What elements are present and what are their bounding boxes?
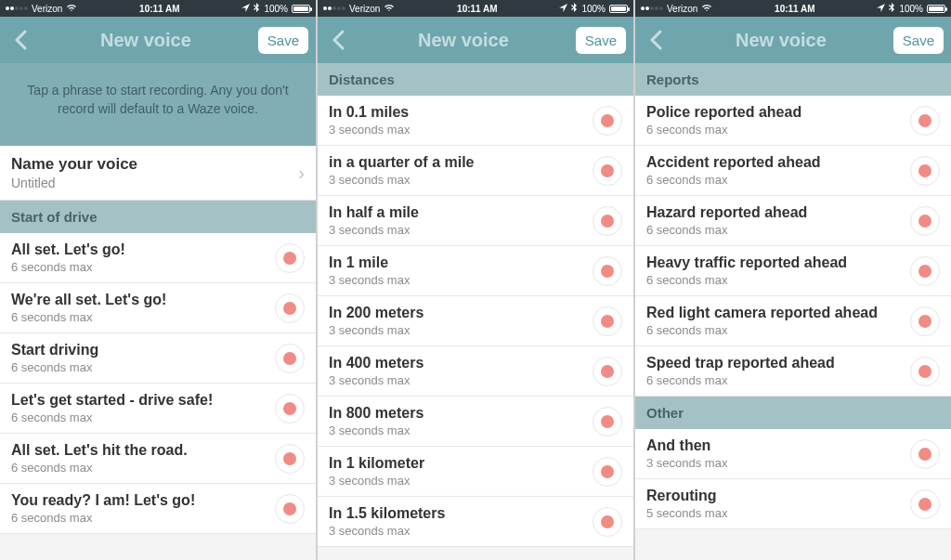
back-button[interactable] bbox=[325, 27, 351, 53]
phrase-limit: 3 seconds max bbox=[329, 123, 410, 137]
back-button[interactable] bbox=[643, 27, 669, 53]
phrase-row[interactable]: Accident reported ahead6 seconds max bbox=[635, 146, 951, 196]
phrase-row[interactable]: In 200 meters3 seconds max bbox=[318, 296, 633, 346]
carrier-label: Verizon bbox=[349, 4, 380, 14]
record-button[interactable] bbox=[275, 394, 305, 423]
save-button[interactable]: Save bbox=[258, 27, 308, 54]
phrase-row[interactable]: Police reported ahead6 seconds max bbox=[635, 96, 951, 146]
phrase-row[interactable]: Heavy traffic reported ahead6 seconds ma… bbox=[635, 246, 951, 296]
back-button[interactable] bbox=[7, 27, 33, 53]
record-icon bbox=[918, 448, 931, 461]
phrase-row[interactable]: Speed trap reported ahead6 seconds max bbox=[635, 346, 951, 397]
phrase-row[interactable]: In half a mile3 seconds max bbox=[318, 196, 633, 246]
location-icon bbox=[559, 4, 567, 14]
record-icon bbox=[283, 402, 296, 415]
record-button[interactable] bbox=[593, 357, 622, 386]
record-button[interactable] bbox=[593, 306, 622, 336]
record-button[interactable] bbox=[593, 407, 622, 436]
phrase-list-reports: Police reported ahead6 seconds maxAccide… bbox=[635, 96, 951, 397]
record-icon bbox=[283, 252, 296, 265]
name-voice-row[interactable]: Name your voice Untitled › bbox=[0, 146, 316, 201]
record-button[interactable] bbox=[593, 457, 622, 487]
record-icon bbox=[601, 164, 614, 177]
content-area[interactable]: Reports Police reported ahead6 seconds m… bbox=[635, 63, 951, 560]
phrase-row[interactable]: Let's get started - drive safe!6 seconds… bbox=[0, 384, 316, 434]
phrase-row[interactable]: Start driving6 seconds max bbox=[0, 333, 316, 384]
signal-icon bbox=[323, 7, 345, 10]
phrase-row[interactable]: in a quarter of a mile3 seconds max bbox=[318, 146, 633, 196]
record-icon bbox=[918, 164, 931, 177]
phrase-row[interactable]: All set. Let's go!6 seconds max bbox=[0, 233, 316, 283]
record-icon bbox=[601, 465, 614, 478]
record-button[interactable] bbox=[910, 156, 940, 186]
phrase-row[interactable]: In 800 meters3 seconds max bbox=[318, 397, 633, 447]
phrase-limit: 3 seconds max bbox=[329, 373, 423, 387]
phrase-row[interactable]: You ready? I am! Let's go!6 seconds max bbox=[0, 484, 316, 534]
record-button[interactable] bbox=[593, 256, 622, 286]
phrase-row[interactable]: Hazard reported ahead6 seconds max bbox=[635, 196, 951, 246]
record-button[interactable] bbox=[593, 156, 622, 186]
phrase-row[interactable]: All set. Let's hit the road.6 seconds ma… bbox=[0, 434, 316, 484]
record-button[interactable] bbox=[910, 306, 940, 336]
phrase-limit: 3 seconds max bbox=[329, 524, 445, 538]
battery-pct: 100% bbox=[581, 4, 606, 14]
record-icon bbox=[918, 315, 931, 328]
battery-icon bbox=[927, 5, 945, 13]
record-button[interactable] bbox=[910, 489, 940, 519]
phrase-text: In 1 kilometer bbox=[329, 455, 424, 472]
record-button[interactable] bbox=[275, 344, 305, 373]
instructions-text: Tap a phrase to start recording. Any you… bbox=[0, 63, 316, 146]
bluetooth-icon bbox=[889, 3, 895, 15]
phrase-row[interactable]: Rerouting5 seconds max bbox=[635, 479, 951, 529]
phrase-row[interactable]: Red light camera reported ahead6 seconds… bbox=[635, 296, 951, 346]
record-icon bbox=[918, 114, 931, 127]
record-button[interactable] bbox=[910, 206, 940, 236]
phrase-limit: 6 seconds max bbox=[11, 260, 125, 274]
battery-icon bbox=[609, 5, 628, 13]
phrase-text: We're all set. Let's go! bbox=[11, 292, 166, 308]
content-area[interactable]: Tap a phrase to start recording. Any you… bbox=[0, 63, 316, 560]
phrase-row[interactable]: And then3 seconds max bbox=[635, 429, 951, 479]
phrase-text: Hazard reported ahead bbox=[646, 204, 807, 221]
nav-bar: New voice Save bbox=[318, 17, 633, 63]
record-button[interactable] bbox=[593, 206, 622, 236]
record-button[interactable] bbox=[593, 507, 622, 537]
record-button[interactable] bbox=[275, 243, 305, 273]
phone-screen-1: Verizon 10:11 AM 100% New voice Save Tap… bbox=[0, 0, 316, 560]
phrase-limit: 6 seconds max bbox=[646, 273, 847, 287]
phrase-limit: 6 seconds max bbox=[646, 123, 801, 137]
record-button[interactable] bbox=[910, 439, 940, 469]
phrase-limit: 6 seconds max bbox=[11, 360, 98, 374]
phone-screen-2: Verizon 10:11 AM 100% New voice Save Dis… bbox=[318, 0, 633, 560]
phrase-row[interactable]: In 1 kilometer3 seconds max bbox=[318, 447, 633, 497]
record-button[interactable] bbox=[593, 106, 622, 136]
record-button[interactable] bbox=[275, 494, 305, 524]
phrase-row[interactable]: In 400 meters3 seconds max bbox=[318, 346, 633, 397]
phrase-limit: 6 seconds max bbox=[646, 373, 835, 387]
save-button[interactable]: Save bbox=[893, 27, 944, 54]
phrase-row[interactable]: We're all set. Let's go!6 seconds max bbox=[0, 283, 316, 333]
phrase-limit: 3 seconds max bbox=[329, 223, 419, 237]
phrase-text: You ready? I am! Let's go! bbox=[11, 492, 195, 509]
record-button[interactable] bbox=[275, 444, 305, 474]
location-icon bbox=[241, 4, 250, 14]
record-button[interactable] bbox=[910, 256, 940, 286]
phrase-limit: 6 seconds max bbox=[11, 511, 195, 525]
content-area[interactable]: Distances In 0.1 miles3 seconds maxin a … bbox=[318, 63, 633, 560]
wifi-icon bbox=[701, 3, 712, 14]
bluetooth-icon bbox=[571, 3, 578, 15]
phrase-row[interactable]: In 1.5 kilometers3 seconds max bbox=[318, 497, 633, 547]
save-button[interactable]: Save bbox=[576, 27, 626, 54]
record-button[interactable] bbox=[275, 293, 305, 323]
signal-icon bbox=[6, 7, 28, 10]
record-button[interactable] bbox=[910, 106, 940, 136]
phrase-row[interactable]: In 0.1 miles3 seconds max bbox=[318, 96, 633, 146]
phrase-text: Police reported ahead bbox=[646, 104, 801, 121]
record-button[interactable] bbox=[910, 357, 940, 386]
phrase-text: In 400 meters bbox=[329, 355, 423, 371]
phrase-row[interactable]: In 1 mile3 seconds max bbox=[318, 246, 633, 296]
phrase-text: Let's get started - drive safe! bbox=[11, 392, 213, 409]
carrier-label: Verizon bbox=[667, 4, 697, 14]
phrase-list-start: All set. Let's go!6 seconds maxWe're all… bbox=[0, 233, 316, 534]
record-icon bbox=[918, 215, 931, 228]
